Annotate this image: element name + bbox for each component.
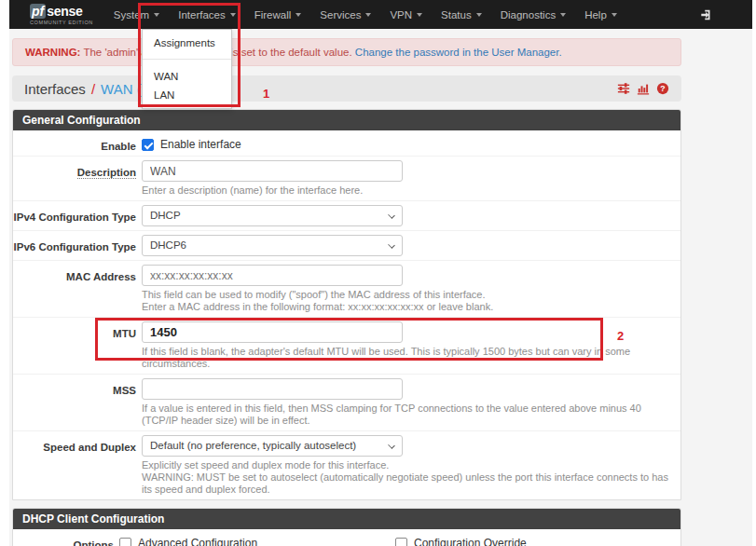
menu-item-services[interactable]: Services bbox=[310, 0, 380, 29]
ipv6-type-select[interactable]: DHCP6 bbox=[142, 235, 403, 256]
mss-input[interactable] bbox=[142, 378, 403, 400]
admin-password-warning: WARNING: The 'admin' account password is… bbox=[12, 38, 681, 66]
menu-label: Services bbox=[320, 9, 361, 20]
menu-label: Status bbox=[441, 9, 472, 20]
general-configuration-section: General Configuration Enable Enable inte… bbox=[12, 109, 681, 500]
field-help: This field can be used to modify ("spoof… bbox=[142, 289, 671, 301]
menu-item-diagnostics[interactable]: Diagnostics bbox=[491, 0, 575, 29]
related-settings-icon[interactable] bbox=[617, 82, 630, 95]
title-actions: ? bbox=[617, 82, 669, 95]
dhcp-client-configuration-section: DHCP Client Configuration Options Advanc… bbox=[12, 508, 681, 546]
menu-label: Help bbox=[584, 9, 607, 20]
menu-item-help[interactable]: Help bbox=[575, 0, 626, 29]
field-label: Speed and Duplex bbox=[13, 435, 136, 496]
status-chart-icon[interactable] bbox=[637, 82, 650, 95]
page-title-bar: Interfaces / WAN (v bbox=[12, 75, 681, 102]
menu-item-assignments[interactable]: Assignments bbox=[143, 34, 231, 52]
configuration-override-checkbox[interactable] bbox=[395, 538, 407, 546]
menu-divider bbox=[143, 59, 231, 60]
field-label: Description bbox=[13, 160, 136, 197]
field-label: MSS bbox=[13, 378, 136, 427]
select-value: Default (no preference, typically autose… bbox=[150, 440, 356, 451]
menu-item-system[interactable]: System bbox=[104, 0, 169, 29]
caret-down-icon bbox=[560, 13, 566, 17]
field-label: Enable bbox=[13, 134, 136, 152]
field-help: If this field is blank, the adapter's de… bbox=[142, 346, 671, 370]
field-label: IPv6 Configuration Type bbox=[13, 235, 136, 256]
chevron-down-icon bbox=[388, 241, 395, 249]
help-icon[interactable]: ? bbox=[656, 82, 669, 95]
field-help: WARNING: MUST be set to autoselect (auto… bbox=[142, 471, 671, 496]
field-row-mtu: MTU If this field is blank, the adapter'… bbox=[13, 318, 680, 375]
field-label: Options bbox=[13, 533, 114, 546]
field-help: Enter a MAC address in the following for… bbox=[142, 301, 671, 313]
pfsense-logo[interactable]: pf sense COMMUNITY EDITION bbox=[30, 4, 93, 26]
caret-down-icon bbox=[476, 13, 482, 17]
caret-down-icon bbox=[365, 13, 371, 17]
warning-prefix: WARNING: bbox=[25, 47, 80, 58]
pfsense-app: pf sense COMMUNITY EDITION System Interf… bbox=[9, 0, 752, 546]
field-help: Explicitly set speed and duplex mode for… bbox=[142, 459, 671, 471]
caret-down-icon bbox=[230, 13, 236, 17]
breadcrumb: Interfaces / WAN (v bbox=[24, 81, 148, 97]
menu-item-lan[interactable]: LAN bbox=[143, 86, 231, 104]
select-value: DHCP6 bbox=[150, 239, 186, 251]
field-row-ipv6-type: IPv6 Configuration Type DHCP6 bbox=[13, 231, 680, 261]
menu-label: Diagnostics bbox=[501, 9, 556, 20]
caret-down-icon bbox=[154, 13, 159, 17]
sign-out-icon bbox=[700, 8, 713, 21]
annotation-label-2: 2 bbox=[617, 329, 624, 343]
select-value: DHCP bbox=[150, 210, 181, 221]
logout-button[interactable] bbox=[700, 8, 713, 21]
main-content: WARNING: The 'admin' account password is… bbox=[12, 38, 681, 546]
ipv4-type-select[interactable]: DHCP bbox=[142, 205, 403, 226]
field-row-mss: MSS If a value is entered in this field,… bbox=[13, 375, 680, 431]
menu-label: System bbox=[114, 9, 149, 20]
menu-label: VPN bbox=[390, 9, 412, 20]
field-label: MTU bbox=[13, 321, 136, 370]
field-row-ipv4-type: IPv4 Configuration Type DHCP bbox=[13, 201, 680, 231]
mtu-input[interactable] bbox=[142, 321, 403, 343]
field-label: MAC Address bbox=[13, 265, 136, 313]
menu-item-vpn[interactable]: VPN bbox=[380, 0, 432, 29]
field-help: Enter a description (name) for the inter… bbox=[142, 184, 671, 197]
field-row-enable: Enable Enable interface bbox=[13, 130, 680, 157]
menu-label: Firewall bbox=[254, 9, 292, 20]
menu-item-wan[interactable]: WAN bbox=[143, 67, 231, 86]
logo-wordmark: sense bbox=[47, 5, 82, 18]
annotation-label-1: 1 bbox=[263, 87, 269, 101]
field-row-mac-address: MAC Address This field can be used to mo… bbox=[13, 261, 680, 318]
field-label: IPv4 Configuration Type bbox=[13, 205, 136, 226]
speed-duplex-select[interactable]: Default (no preference, typically autose… bbox=[142, 435, 403, 457]
field-row-options: Options Advanced Configuration Use advan… bbox=[13, 529, 680, 546]
menu-item-firewall[interactable]: Firewall bbox=[245, 0, 311, 29]
breadcrumb-separator: / bbox=[91, 81, 95, 97]
checkbox-label: Enable interface bbox=[160, 138, 241, 151]
caret-down-icon bbox=[296, 13, 301, 17]
main-menu: System Interfaces Firewall Services VPN … bbox=[104, 0, 626, 29]
logo-subtitle: COMMUNITY EDITION bbox=[30, 20, 93, 26]
breadcrumb-section: Interfaces bbox=[24, 81, 86, 97]
caret-down-icon bbox=[417, 13, 422, 17]
enable-interface-checkbox[interactable] bbox=[142, 139, 154, 151]
advanced-configuration-checkbox[interactable] bbox=[119, 538, 131, 546]
menu-item-status[interactable]: Status bbox=[432, 0, 491, 29]
menu-label: Interfaces bbox=[178, 9, 226, 20]
field-row-description: Description Enter a description (name) f… bbox=[13, 157, 680, 201]
change-password-link[interactable]: Change the password in the User Manager. bbox=[355, 47, 562, 58]
menu-item-interfaces[interactable]: Interfaces bbox=[169, 0, 245, 29]
logo-pf-mark: pf bbox=[30, 4, 46, 19]
chevron-down-icon bbox=[388, 212, 395, 219]
field-help: If a value is entered in this field, the… bbox=[142, 403, 671, 427]
section-header: General Configuration bbox=[13, 110, 680, 130]
checkbox-label: Configuration Override bbox=[414, 537, 527, 546]
field-row-speed-duplex: Speed and Duplex Default (no preference,… bbox=[13, 431, 680, 499]
caret-down-icon bbox=[612, 13, 617, 17]
interfaces-dropdown-menu: Assignments WAN LAN bbox=[142, 29, 232, 109]
section-header: DHCP Client Configuration bbox=[13, 509, 680, 529]
mac-address-input[interactable] bbox=[142, 265, 403, 286]
svg-text:?: ? bbox=[660, 84, 665, 93]
chevron-down-icon bbox=[388, 442, 395, 449]
description-input[interactable] bbox=[142, 160, 403, 182]
top-navbar: pf sense COMMUNITY EDITION System Interf… bbox=[9, 0, 752, 29]
